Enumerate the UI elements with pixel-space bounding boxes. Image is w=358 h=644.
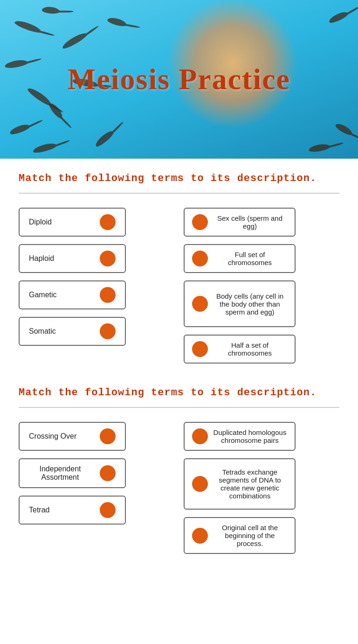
- term-haploid-dot: [100, 251, 116, 266]
- term-tetrad-dot: [100, 502, 116, 518]
- desc-half-chromosomes-text: Half a set of chromosomes: [213, 341, 287, 357]
- term-gametic-label: Gametic: [29, 291, 57, 299]
- term-haploid[interactable]: Haploid: [19, 244, 126, 273]
- term-independent-assortment-dot: [100, 465, 116, 481]
- section2-terms-col: Crossing Over Independent Assortment Tet…: [19, 422, 174, 525]
- header: Meiosis Practice: [0, 0, 358, 159]
- desc-sex-cells-dot: [192, 214, 208, 230]
- term-crossing-over[interactable]: Crossing Over: [19, 422, 126, 451]
- term-somatic-dot: [100, 323, 116, 339]
- desc-half-chromosomes-dot: [192, 341, 208, 357]
- term-crossing-over-label: Crossing Over: [29, 432, 76, 441]
- section1-divider: [19, 193, 339, 194]
- content-area: Match the following terms to its descrip…: [0, 159, 358, 591]
- term-gametic-dot: [100, 287, 116, 303]
- section1-terms-col: Diploid Haploid Gametic Somatic: [19, 208, 174, 346]
- section-2: Match the following terms to its descrip…: [19, 387, 339, 554]
- section1-instruction: Match the following terms to its descrip…: [19, 173, 339, 184]
- desc-dup-homologous-text: Duplicated homologous chromosome pairs: [213, 428, 287, 444]
- term-tetrad[interactable]: Tetrad: [19, 496, 126, 525]
- desc-full-chromosomes[interactable]: Full set of chromosomes: [184, 244, 296, 273]
- desc-original-cell[interactable]: Original cell at the beginning of the pr…: [184, 517, 296, 554]
- page-title: Meiosis Practice: [68, 62, 290, 97]
- desc-tetrads-exchange[interactable]: Tetrads exchange segments of DNA to crea…: [184, 458, 296, 510]
- desc-body-cells-dot: [192, 296, 208, 312]
- term-somatic-label: Somatic: [29, 327, 56, 336]
- desc-tetrads-exchange-dot: [192, 476, 208, 492]
- section2-instruction: Match the following terms to its descrip…: [19, 387, 339, 399]
- term-haploid-label: Haploid: [29, 254, 54, 263]
- term-tetrad-label: Tetrad: [29, 506, 49, 514]
- desc-dup-homologous[interactable]: Duplicated homologous chromosome pairs: [184, 422, 296, 451]
- desc-half-chromosomes[interactable]: Half a set of chromosomes: [184, 335, 296, 364]
- term-gametic[interactable]: Gametic: [19, 280, 126, 309]
- desc-full-chromosomes-text: Full set of chromosomes: [213, 251, 287, 266]
- term-somatic[interactable]: Somatic: [19, 317, 126, 346]
- term-diploid-label: Diploid: [29, 218, 52, 226]
- desc-original-cell-text: Original cell at the beginning of the pr…: [213, 524, 287, 547]
- desc-body-cells[interactable]: Body cells (any cell in the body other t…: [184, 280, 296, 327]
- term-diploid-dot: [100, 214, 116, 230]
- section2-columns: Crossing Over Independent Assortment Tet…: [19, 422, 339, 554]
- desc-sex-cells-text: Sex cells (sperm and egg): [213, 214, 287, 230]
- term-independent-assortment[interactable]: Independent Assortment: [19, 458, 126, 488]
- desc-original-cell-dot: [192, 528, 208, 544]
- section1-desc-col: Sex cells (sperm and egg) Full set of ch…: [184, 208, 339, 364]
- desc-body-cells-text: Body cells (any cell in the body other t…: [213, 292, 287, 316]
- section2-desc-col: Duplicated homologous chromosome pairs T…: [184, 422, 339, 554]
- section-1: Match the following terms to its descrip…: [19, 173, 339, 364]
- desc-full-chromosomes-dot: [192, 251, 208, 266]
- section1-columns: Diploid Haploid Gametic Somatic: [19, 208, 339, 364]
- term-diploid[interactable]: Diploid: [19, 208, 126, 237]
- desc-sex-cells[interactable]: Sex cells (sperm and egg): [184, 208, 296, 237]
- desc-dup-homologous-dot: [192, 428, 208, 444]
- section2-divider: [19, 407, 339, 408]
- term-independent-assortment-label: Independent Assortment: [29, 465, 91, 482]
- desc-tetrads-exchange-text: Tetrads exchange segments of DNA to crea…: [213, 468, 287, 500]
- term-crossing-over-dot: [100, 428, 116, 444]
